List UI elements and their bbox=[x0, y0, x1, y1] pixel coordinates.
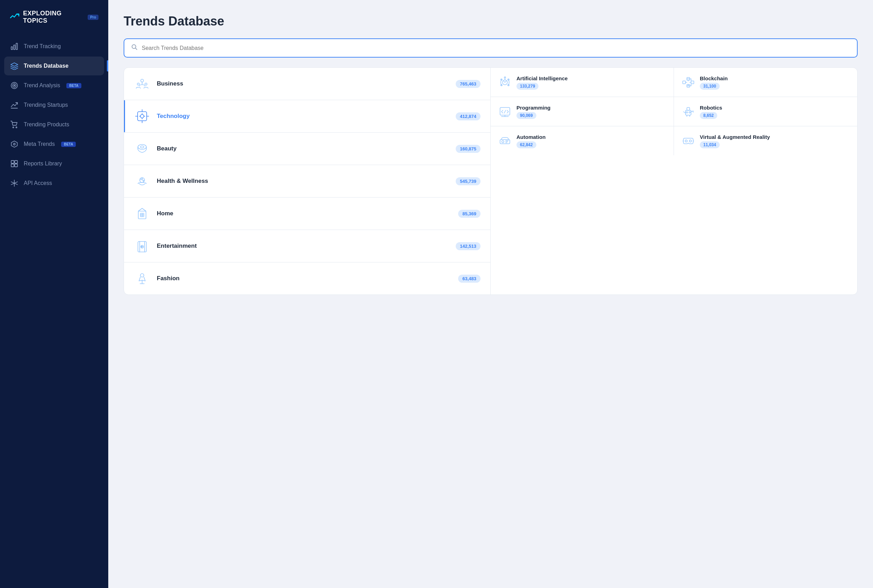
svg-point-6 bbox=[14, 85, 15, 86]
svg-point-9 bbox=[16, 127, 17, 128]
sidebar-item-trends-database[interactable]: Trends Database bbox=[4, 57, 104, 75]
main-content: Trends Database bbox=[108, 0, 873, 588]
nav-items: Trend Tracking Trends Database bbox=[0, 37, 108, 193]
sidebar-item-reports-library-label: Reports Library bbox=[24, 160, 62, 167]
logo-badge: Pro bbox=[88, 15, 98, 20]
category-technology[interactable]: Technology 412,874 bbox=[124, 100, 490, 133]
category-programming[interactable]: Programming 90,069 bbox=[491, 97, 674, 126]
sidebar-item-meta-trends[interactable]: Meta Trends BETA bbox=[4, 135, 104, 153]
category-business[interactable]: Business 765,463 bbox=[124, 68, 490, 100]
sidebar-item-trends-database-label: Trends Database bbox=[24, 63, 68, 69]
health-name: Health & Wellness bbox=[157, 178, 449, 184]
svg-rect-2 bbox=[16, 43, 18, 50]
svg-point-56 bbox=[504, 77, 506, 78]
home-count: 85,369 bbox=[458, 210, 481, 218]
sidebar-item-trending-products-label: Trending Products bbox=[24, 122, 69, 128]
svg-rect-13 bbox=[15, 160, 18, 164]
svg-rect-83 bbox=[500, 140, 510, 144]
category-robotics[interactable]: Robotics 8,652 bbox=[674, 97, 857, 126]
fashion-icon bbox=[134, 270, 150, 287]
svg-rect-42 bbox=[142, 215, 144, 217]
ai-icon bbox=[498, 76, 512, 89]
robotics-icon bbox=[682, 105, 695, 118]
category-automation[interactable]: Automation 62,842 bbox=[491, 126, 674, 155]
category-health-wellness[interactable]: Health & Wellness 545,739 bbox=[124, 165, 490, 198]
automation-name: Automation bbox=[517, 134, 666, 140]
home-icon bbox=[134, 205, 150, 222]
right-row-3: Automation 62,842 bbox=[491, 126, 857, 155]
business-icon bbox=[134, 75, 150, 92]
logo: EXPLODING TOPICS Pro bbox=[0, 10, 108, 37]
sidebar-item-trending-startups[interactable]: Trending Startups bbox=[4, 96, 104, 114]
svg-rect-14 bbox=[11, 164, 14, 167]
sidebar-item-trend-tracking-label: Trend Tracking bbox=[24, 43, 61, 50]
beauty-name: Beauty bbox=[157, 145, 449, 152]
programming-count: 90,069 bbox=[517, 112, 536, 119]
svg-line-81 bbox=[691, 111, 693, 112]
sidebar-item-meta-trends-label: Meta Trends bbox=[24, 141, 55, 147]
svg-point-30 bbox=[140, 114, 144, 118]
automation-icon bbox=[498, 134, 512, 148]
svg-point-89 bbox=[689, 140, 691, 142]
category-fashion[interactable]: Fashion 63,483 bbox=[124, 262, 490, 294]
category-blockchain[interactable]: Blockchain 31,100 bbox=[674, 68, 857, 97]
health-icon bbox=[134, 173, 150, 189]
category-ai[interactable]: Artificial Intelligence 133,279 bbox=[491, 68, 674, 97]
search-bar[interactable] bbox=[124, 38, 858, 58]
sidebar-item-api-access-label: API Access bbox=[24, 180, 52, 186]
svg-line-70 bbox=[504, 110, 506, 113]
hexagon-icon bbox=[10, 140, 19, 148]
svg-point-88 bbox=[685, 140, 687, 142]
svg-point-76 bbox=[686, 112, 688, 113]
entertainment-count: 142,513 bbox=[456, 242, 481, 250]
ai-count: 133,279 bbox=[517, 83, 538, 90]
svg-rect-0 bbox=[11, 47, 13, 50]
right-row-1: Artificial Intelligence 133,279 bbox=[491, 68, 857, 97]
right-categories: Artificial Intelligence 133,279 bbox=[491, 68, 857, 294]
robotics-count: 8,652 bbox=[700, 112, 717, 119]
svg-rect-60 bbox=[691, 81, 694, 84]
category-home[interactable]: Home 85,369 bbox=[124, 198, 490, 230]
category-vr[interactable]: Virtual & Augmented Reality 11,034 bbox=[674, 126, 857, 155]
search-input[interactable] bbox=[142, 45, 850, 51]
technology-icon bbox=[134, 108, 150, 124]
svg-point-35 bbox=[138, 144, 146, 149]
beauty-icon bbox=[134, 140, 150, 157]
health-count: 545,739 bbox=[456, 177, 481, 185]
entertainment-icon bbox=[134, 238, 150, 254]
category-entertainment[interactable]: Entertainment 142,513 bbox=[124, 230, 490, 262]
left-categories: Business 765,463 bbox=[124, 68, 491, 294]
automation-count: 62,842 bbox=[517, 141, 536, 148]
categories-container: Business 765,463 bbox=[124, 68, 858, 295]
svg-line-80 bbox=[684, 112, 685, 113]
entertainment-name: Entertainment bbox=[157, 243, 449, 249]
sidebar-item-api-access[interactable]: API Access bbox=[4, 174, 104, 193]
blockchain-icon bbox=[682, 76, 695, 89]
sidebar-item-trend-analysis[interactable]: Trend Analysis BETA bbox=[4, 76, 104, 95]
sidebar-item-trend-tracking[interactable]: Trend Tracking bbox=[4, 37, 104, 56]
technology-name: Technology bbox=[157, 113, 449, 120]
technology-count: 412,874 bbox=[456, 112, 481, 120]
svg-point-77 bbox=[689, 112, 690, 113]
vr-name: Virtual & Augmented Reality bbox=[700, 134, 850, 140]
business-name: Business bbox=[157, 80, 449, 87]
category-beauty[interactable]: Beauty 160,875 bbox=[124, 133, 490, 165]
programming-icon bbox=[498, 105, 512, 118]
blockchain-name: Blockchain bbox=[700, 75, 850, 81]
svg-point-47 bbox=[140, 274, 144, 277]
logo-icon bbox=[10, 12, 20, 22]
meta-trends-beta-badge: BETA bbox=[61, 142, 76, 147]
sidebar-item-trending-products[interactable]: Trending Products bbox=[4, 115, 104, 134]
ai-name: Artificial Intelligence bbox=[517, 75, 666, 81]
target-icon bbox=[10, 81, 19, 90]
vr-icon bbox=[682, 134, 695, 148]
home-name: Home bbox=[157, 210, 452, 217]
fashion-name: Fashion bbox=[157, 275, 452, 282]
svg-rect-12 bbox=[11, 160, 14, 164]
trend-analysis-beta-badge: BETA bbox=[66, 83, 81, 88]
grid-icon bbox=[10, 159, 19, 168]
svg-point-11 bbox=[14, 143, 15, 145]
svg-point-21 bbox=[141, 79, 144, 82]
sidebar-item-reports-library[interactable]: Reports Library bbox=[4, 154, 104, 173]
svg-rect-25 bbox=[138, 112, 147, 121]
